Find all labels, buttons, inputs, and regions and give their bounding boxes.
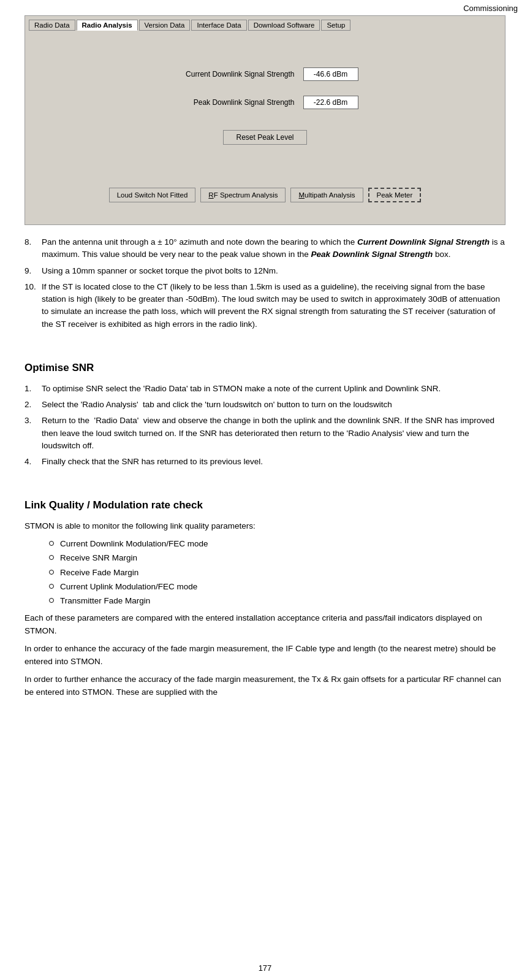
page-number: 177 — [259, 963, 272, 973]
link-quality-para2: In order to enhance the accuracy of the … — [25, 643, 505, 668]
numbered-list-8-10: 8. Pan the antenna unit through a ± 10° … — [25, 236, 505, 331]
bullet-circle-icon — [49, 555, 54, 560]
bullet-item-1: Current Downlink Modulation/FEC mode — [49, 538, 505, 550]
bullet-item-3: Receive Fade Margin — [49, 567, 505, 579]
list-item-10: 10. If the ST is located close to the CT… — [25, 281, 505, 331]
rf-spectrum-button[interactable]: RF Spectrum Analysis — [200, 188, 286, 202]
bullet-circle-icon — [49, 570, 54, 575]
bullet-item-4: Current Uplink Modulation/FEC mode — [49, 581, 505, 593]
italic-current-downlink: Current Downlink Signal Strength — [357, 237, 490, 247]
bottom-buttons: Loud Switch Not Fitted RF Spectrum Analy… — [109, 188, 422, 202]
link-quality-para1: Each of these parameters are compared wi… — [25, 612, 505, 638]
main-content: Radio Data Radio Analysis Version Data I… — [0, 15, 530, 729]
optimise-snr-list: 1. To optimise SNR select the 'Radio Dat… — [25, 383, 505, 469]
ui-panel-body: Current Downlink Signal Strength -46.6 d… — [29, 37, 501, 221]
optimise-item-3: 3. Return to the 'Radio Data' view and o… — [25, 415, 505, 452]
tab-version-data[interactable]: Version Data — [139, 20, 191, 31]
tab-radio-analysis[interactable]: Radio Analysis — [77, 20, 138, 31]
bullet-item-2: Receive SNR Margin — [49, 552, 505, 564]
reset-peak-level-button[interactable]: Reset Peak Level — [223, 130, 306, 145]
tab-download-software[interactable]: Download Software — [248, 20, 320, 31]
page-header: Commissioning — [0, 0, 530, 15]
current-downlink-label: Current Downlink Signal Strength — [172, 70, 295, 78]
current-downlink-field: Current Downlink Signal Strength -46.6 d… — [172, 67, 358, 81]
list-item-9: 9. Using a 10mm spanner or socket torque… — [25, 265, 505, 277]
optimise-snr-heading: Optimise SNR — [25, 362, 505, 374]
peak-downlink-value: -22.6 dBm — [303, 96, 358, 109]
ui-panel-tabs: Radio Data Radio Analysis Version Data I… — [29, 20, 501, 31]
peak-meter-button[interactable]: Peak Meter — [368, 188, 422, 202]
tab-interface-data[interactable]: Interface Data — [191, 20, 246, 31]
optimise-item-1: 1. To optimise SNR select the 'Radio Dat… — [25, 383, 505, 395]
list-item-8: 8. Pan the antenna unit through a ± 10° … — [25, 236, 505, 261]
bullet-item-5: Transmitter Fade Margin — [49, 595, 505, 607]
peak-downlink-label: Peak Downlink Signal Strength — [172, 98, 295, 107]
link-quality-intro: STMON is able to monitor the following l… — [25, 520, 505, 533]
bullet-circle-icon — [49, 541, 54, 546]
optimise-item-2: 2. Select the 'Radio Analysis' tab and c… — [25, 399, 505, 411]
link-quality-para3: In order to further enhance the accuracy… — [25, 673, 505, 699]
tab-radio-data[interactable]: Radio Data — [29, 20, 75, 31]
italic-peak-downlink: Peak Downlink Signal Strength — [311, 250, 433, 259]
tab-setup[interactable]: Setup — [321, 20, 350, 31]
peak-downlink-field: Peak Downlink Signal Strength -22.6 dBm — [172, 96, 358, 109]
optimise-item-4: 4. Finally check that the SNR has return… — [25, 456, 505, 468]
link-quality-bullets: Current Downlink Modulation/FEC mode Rec… — [49, 538, 505, 607]
loud-switch-button[interactable]: Loud Switch Not Fitted — [109, 188, 196, 202]
multipath-analysis-button[interactable]: Multipath Analysis — [290, 188, 363, 202]
page-footer: 177 — [0, 963, 530, 973]
bullet-circle-icon — [49, 598, 54, 603]
current-downlink-value: -46.6 dBm — [303, 67, 358, 81]
link-quality-heading: Link Quality / Modulation rate check — [25, 499, 505, 511]
header-title: Commissioning — [463, 4, 518, 13]
bullet-circle-icon — [49, 584, 54, 589]
ui-panel-wrapper: Radio Data Radio Analysis Version Data I… — [25, 15, 505, 225]
